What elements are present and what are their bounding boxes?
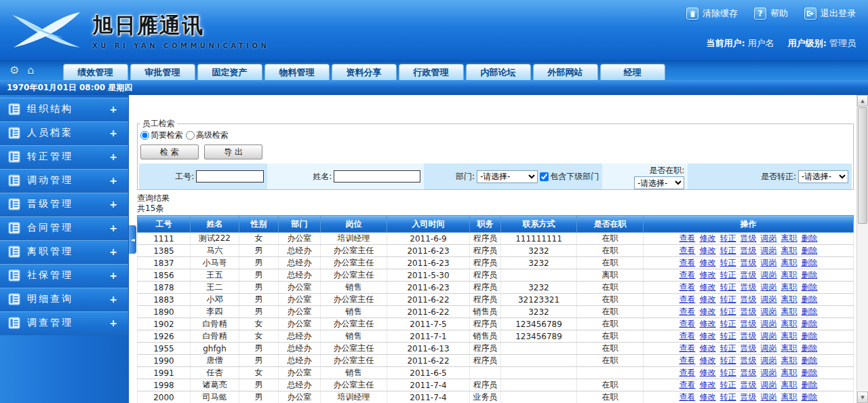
row-action-promote[interactable]: 晋级	[741, 246, 757, 255]
row-action-transfer[interactable]: 调岗	[761, 319, 777, 328]
tab-performance[interactable]: 绩效管理	[63, 64, 128, 80]
row-action-promote[interactable]: 晋级	[741, 307, 757, 316]
row-action-resign[interactable]: 离职	[781, 319, 797, 328]
row-action-view[interactable]: 查看	[679, 258, 696, 267]
row-action-view[interactable]: 查看	[679, 368, 696, 377]
row-action-modify[interactable]: 修改	[700, 307, 716, 316]
row-action-promote[interactable]: 晋级	[741, 319, 757, 328]
tab-approval[interactable]: 审批管理	[130, 64, 195, 80]
sidebar-item-org-structure[interactable]: 组织结构+	[0, 98, 128, 121]
row-action-delete[interactable]: 删除	[802, 319, 818, 328]
expand-plus-icon[interactable]: +	[109, 199, 117, 210]
row-action-confirm[interactable]: 转正	[720, 331, 736, 341]
row-action-resign[interactable]: 离职	[781, 270, 797, 280]
row-action-confirm[interactable]: 转正	[720, 380, 736, 389]
row-action-transfer[interactable]: 调岗	[761, 282, 777, 292]
row-action-delete[interactable]: 删除	[802, 270, 818, 280]
row-action-confirm[interactable]: 转正	[720, 307, 736, 316]
row-action-view[interactable]: 查看	[679, 392, 696, 402]
vertical-scrollbar[interactable]: ▲ ▼	[856, 95, 868, 403]
row-action-resign[interactable]: 离职	[781, 307, 797, 316]
row-action-confirm[interactable]: 转正	[720, 246, 736, 255]
row-action-transfer[interactable]: 调岗	[761, 331, 777, 341]
row-action-modify[interactable]: 修改	[700, 380, 716, 389]
row-action-modify[interactable]: 修改	[700, 343, 716, 353]
row-action-view[interactable]: 查看	[679, 343, 696, 353]
row-action-delete[interactable]: 删除	[802, 331, 818, 341]
row-action-view[interactable]: 查看	[679, 307, 696, 316]
simple-search-radio[interactable]	[140, 131, 149, 140]
row-action-view[interactable]: 查看	[679, 331, 696, 341]
row-action-modify[interactable]: 修改	[700, 294, 716, 304]
row-action-view[interactable]: 查看	[679, 356, 696, 365]
row-action-view[interactable]: 查看	[679, 246, 696, 255]
row-action-promote[interactable]: 晋级	[741, 294, 757, 304]
row-action-delete[interactable]: 删除	[802, 282, 818, 292]
sidebar-item-survey-mgmt[interactable]: 调查管理+	[0, 311, 128, 335]
active-select[interactable]: -请选择-	[634, 176, 684, 189]
emp-id-input[interactable]	[196, 170, 264, 183]
row-action-resign[interactable]: 离职	[781, 331, 797, 341]
row-action-promote[interactable]: 晋级	[741, 258, 757, 267]
scroll-down-icon[interactable]: ▼	[857, 391, 868, 403]
expand-plus-icon[interactable]: +	[109, 270, 117, 281]
row-action-modify[interactable]: 修改	[700, 270, 716, 280]
row-action-delete[interactable]: 删除	[802, 258, 818, 267]
row-action-modify[interactable]: 修改	[700, 356, 716, 365]
row-action-modify[interactable]: 修改	[700, 233, 716, 243]
expand-plus-icon[interactable]: +	[109, 294, 117, 305]
sidebar-item-detail-query[interactable]: 明细查询+	[0, 288, 128, 311]
row-action-resign[interactable]: 离职	[781, 294, 797, 304]
row-action-transfer[interactable]: 调岗	[761, 258, 777, 267]
tab-admin[interactable]: 行政管理	[399, 64, 464, 80]
row-action-confirm[interactable]: 转正	[720, 368, 736, 377]
sidebar-item-confirmation-mgmt[interactable]: 转正管理+	[0, 145, 128, 169]
expand-plus-icon[interactable]: +	[109, 223, 117, 233]
advanced-search-radio[interactable]	[186, 131, 195, 140]
row-action-transfer[interactable]: 调岗	[761, 233, 777, 243]
tab-file-share[interactable]: 资料分享	[332, 64, 397, 80]
row-action-resign[interactable]: 离职	[781, 368, 797, 377]
expand-plus-icon[interactable]: +	[109, 128, 117, 138]
row-action-confirm[interactable]: 转正	[720, 343, 736, 353]
row-action-delete[interactable]: 删除	[802, 380, 818, 389]
expand-plus-icon[interactable]: +	[109, 246, 117, 257]
sidebar-item-social-insurance-mgmt[interactable]: 社保管理+	[0, 264, 128, 288]
row-action-view[interactable]: 查看	[679, 380, 696, 389]
tab-forum[interactable]: 内部论坛	[466, 64, 531, 80]
row-action-view[interactable]: 查看	[679, 270, 696, 280]
row-action-resign[interactable]: 离职	[781, 258, 797, 267]
row-action-delete[interactable]: 删除	[802, 233, 818, 243]
row-action-transfer[interactable]: 调岗	[761, 368, 777, 377]
tab-fixed-assets[interactable]: 固定资产	[197, 64, 262, 80]
row-action-resign[interactable]: 离职	[781, 392, 797, 402]
row-action-confirm[interactable]: 转正	[720, 282, 736, 292]
gear-icon[interactable]: ⚙	[9, 65, 19, 76]
tab-manager[interactable]: 经理	[600, 64, 665, 80]
row-action-confirm[interactable]: 转正	[720, 319, 736, 328]
row-action-resign[interactable]: 离职	[781, 380, 797, 389]
row-action-transfer[interactable]: 调岗	[761, 380, 777, 389]
row-action-promote[interactable]: 晋级	[741, 368, 757, 377]
sidebar-item-contract-mgmt[interactable]: 合同管理+	[0, 216, 128, 240]
row-action-confirm[interactable]: 转正	[720, 392, 736, 402]
row-action-transfer[interactable]: 调岗	[761, 307, 777, 316]
scrollbar-thumb[interactable]	[858, 107, 867, 224]
row-action-confirm[interactable]: 转正	[720, 233, 736, 243]
sidebar-item-personnel-files[interactable]: 人员档案+	[0, 121, 128, 145]
row-action-promote[interactable]: 晋级	[741, 233, 757, 243]
row-action-confirm[interactable]: 转正	[720, 270, 736, 280]
row-action-confirm[interactable]: 转正	[720, 356, 736, 365]
row-action-delete[interactable]: 删除	[802, 368, 818, 377]
scroll-up-icon[interactable]: ▲	[857, 95, 868, 107]
row-action-transfer[interactable]: 调岗	[761, 392, 777, 402]
sidebar-item-transfer-mgmt[interactable]: 调动管理+	[0, 169, 128, 193]
row-action-modify[interactable]: 修改	[700, 319, 716, 328]
row-action-promote[interactable]: 晋级	[741, 380, 757, 389]
row-action-transfer[interactable]: 调岗	[761, 246, 777, 255]
row-action-delete[interactable]: 删除	[802, 356, 818, 365]
sidebar-item-promotion-mgmt[interactable]: 晋级管理+	[0, 193, 128, 216]
row-action-promote[interactable]: 晋级	[741, 356, 757, 365]
row-action-view[interactable]: 查看	[679, 282, 696, 292]
header-action-logout[interactable]: 退出登录	[804, 7, 856, 20]
